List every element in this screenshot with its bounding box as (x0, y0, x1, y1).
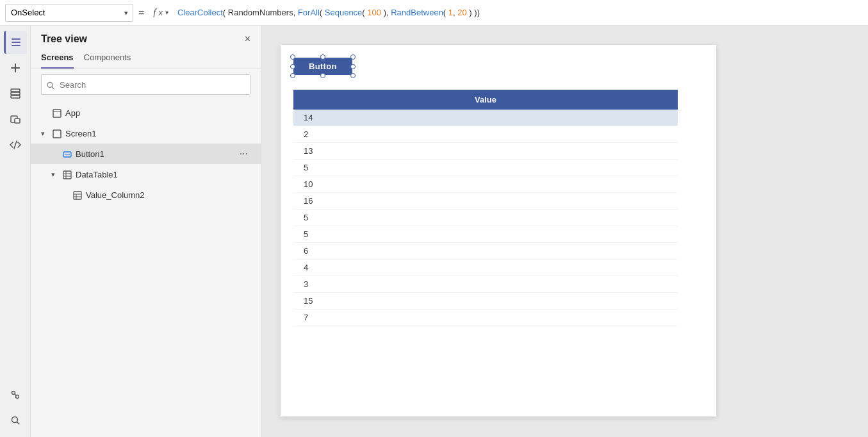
button1-label: Button1 (76, 149, 233, 159)
svg-rect-7 (11, 95, 20, 98)
svg-rect-1 (12, 42, 20, 43)
sidebar-item-code[interactable] (4, 133, 27, 156)
handle-mr (350, 64, 356, 69)
sidebar-item-layers[interactable] (4, 31, 27, 54)
formula-paren1: ( (223, 8, 228, 17)
formula-paren5: ( (443, 8, 448, 17)
svg-rect-2 (12, 45, 20, 46)
app-icon (53, 108, 61, 118)
svg-rect-23 (63, 171, 71, 179)
svg-rect-18 (53, 110, 61, 117)
top-bar: OnSelect = f x ▾ ClearCollect( RandomNum… (0, 0, 868, 26)
fx-dropdown-icon: ▾ (165, 9, 168, 16)
formula-paren2: ( (320, 8, 325, 17)
table-icon (63, 169, 72, 179)
svg-rect-5 (11, 89, 20, 92)
search-input[interactable] (41, 74, 250, 95)
formula-20: 20 (457, 8, 466, 17)
svg-line-15 (17, 422, 19, 425)
table-row: 6 (293, 243, 678, 260)
tree-panel: Tree view × Screens Components (31, 26, 261, 437)
tab-screens[interactable]: Screens (41, 50, 74, 69)
formula-paren4: ), (381, 8, 391, 17)
formula-close: ) )) (467, 8, 480, 17)
table-row: 2 (293, 126, 678, 143)
svg-point-12 (15, 395, 19, 399)
screen-icon (53, 128, 61, 138)
screen1-label: Screen1 (65, 129, 250, 138)
table-row: 15 (293, 293, 678, 309)
chevron-datatable1: ▾ (51, 170, 59, 179)
table-row: 5 (293, 226, 678, 243)
fx-button[interactable]: f x ▾ (149, 6, 172, 19)
property-selector[interactable]: OnSelect (5, 4, 133, 22)
main-layout: Tree view × Screens Components (0, 26, 868, 437)
formula-clearcollect: ClearCollect (177, 8, 223, 17)
tree-item-datatable1[interactable]: ▾ DataTable1 (31, 164, 261, 185)
svg-line-13 (15, 394, 16, 395)
sidebar-item-add[interactable] (4, 56, 27, 79)
tree-title: Tree view (41, 33, 87, 45)
formula-randbetween: RandBetween (391, 8, 443, 17)
svg-rect-27 (74, 192, 81, 199)
formula-forall: ForAll (298, 8, 320, 17)
formula-randomnumbers: RandomNumbers (228, 8, 293, 17)
svg-rect-20 (53, 130, 61, 138)
tree-item-app[interactable]: App (31, 103, 261, 123)
column-icon (73, 190, 82, 200)
handle-br (350, 73, 356, 78)
datatable1-label: DataTable1 (76, 170, 250, 179)
svg-rect-6 (11, 92, 20, 95)
table-row: 7 (293, 309, 678, 326)
handle-bc (320, 73, 325, 78)
formula-1: 1 (448, 8, 453, 17)
search-box (41, 74, 250, 95)
chevron-screen1: ▾ (41, 129, 49, 138)
sidebar-item-data[interactable] (4, 82, 27, 105)
data-table-body: 142135101655643157 (293, 110, 678, 326)
canvas-button-wrapper: Button (293, 58, 352, 75)
fx-label: x (159, 8, 163, 17)
formula-sequence: Sequence (325, 8, 363, 17)
canvas-area[interactable]: Button Value 142135101655643157 (261, 26, 868, 437)
table-row: 14 (293, 110, 678, 126)
svg-rect-0 (12, 38, 20, 40)
formula-100: 100 (367, 8, 381, 17)
tree-tabs: Screens Components (31, 50, 261, 69)
sidebar-item-search[interactable] (4, 409, 27, 432)
canvas-button[interactable]: Button (293, 58, 352, 75)
sidebar-item-variables[interactable] (4, 383, 27, 406)
table-row: 5 (293, 160, 678, 176)
canvas-content: Button Value 142135101655643157 (281, 45, 716, 416)
app-label: App (65, 108, 250, 118)
tree-item-button1[interactable]: Button1 ··· (31, 144, 261, 164)
svg-line-10 (14, 141, 17, 149)
svg-line-17 (52, 87, 54, 89)
fx-icon: f (153, 7, 156, 18)
tree-content: App ▾ Screen1 (31, 100, 261, 437)
data-table-header: Value (293, 90, 678, 110)
table-row: 16 (293, 193, 678, 210)
tree-item-value-column2[interactable]: Value_Column2 (31, 185, 261, 205)
icon-bar (0, 26, 31, 437)
formula-bar: ClearCollect( RandomNumbers, ForAll( Seq… (177, 4, 863, 22)
sidebar-item-media[interactable] (4, 108, 27, 131)
tab-components[interactable]: Components (84, 50, 131, 69)
formula-comma1: , (293, 8, 298, 17)
table-row: 13 (293, 143, 678, 160)
button1-more[interactable]: ··· (237, 147, 250, 161)
handle-ml (290, 64, 295, 69)
canvas-data-table: Value 142135101655643157 (293, 90, 678, 326)
table-row: 10 (293, 176, 678, 193)
equals-sign: = (138, 7, 144, 19)
property-selector-wrapper: OnSelect (5, 4, 133, 22)
tree-item-screen1[interactable]: ▾ Screen1 (31, 123, 261, 144)
svg-point-11 (12, 392, 15, 395)
handle-tr (350, 54, 356, 60)
tree-header: Tree view × (31, 26, 261, 50)
table-row: 5 (293, 210, 678, 226)
button-icon (63, 149, 72, 159)
tree-close-button[interactable]: × (245, 34, 250, 44)
svg-rect-9 (15, 119, 20, 123)
handle-tc (320, 54, 325, 60)
